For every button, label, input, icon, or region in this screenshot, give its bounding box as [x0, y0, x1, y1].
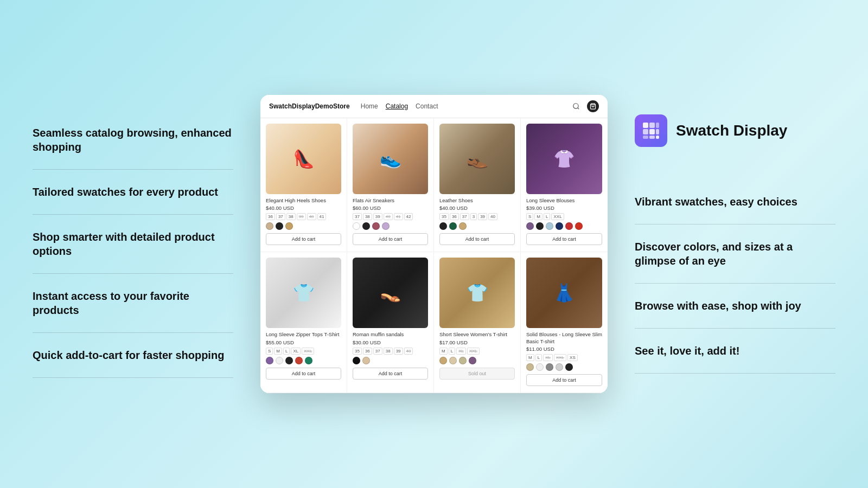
size-badge[interactable]: 39	[373, 213, 382, 220]
nav-catalog[interactable]: Catalog	[386, 102, 408, 110]
swatch[interactable]	[556, 222, 563, 230]
size-options-4: S M L XXL	[526, 213, 602, 220]
add-to-cart-button-4[interactable]: Add to cart	[526, 233, 602, 245]
size-badge[interactable]: 35	[439, 213, 449, 220]
swatch[interactable]	[353, 222, 360, 230]
product-image-5: 👕	[266, 258, 341, 328]
size-badge[interactable]: 37	[373, 348, 382, 355]
swatch[interactable]	[459, 222, 467, 230]
size-badge[interactable]: 37	[460, 213, 469, 220]
size-badge[interactable]: M	[439, 348, 448, 355]
size-badge[interactable]: 42	[404, 213, 413, 220]
swatch[interactable]	[295, 357, 303, 364]
left-features-panel: Seamless catalog browsing, enhanced shop…	[33, 0, 233, 488]
product-name-7: Short Sleeve Women's T-shirt	[439, 331, 515, 338]
swatch[interactable]	[382, 222, 390, 230]
size-badge[interactable]: XXL	[551, 213, 564, 220]
size-badge[interactable]: L	[449, 348, 455, 355]
size-badge[interactable]: L	[544, 213, 550, 220]
product-name-6: Roman muffin sandals	[353, 331, 428, 338]
nav-contact[interactable]: Contact	[416, 102, 438, 110]
add-to-cart-button-2[interactable]: Add to cart	[353, 233, 428, 245]
size-badge[interactable]: 37	[353, 213, 362, 220]
swatch[interactable]	[526, 363, 534, 371]
size-badge[interactable]: 41	[394, 213, 403, 220]
size-badge[interactable]: 38	[286, 213, 296, 220]
swatch[interactable]	[565, 222, 573, 230]
svg-rect-7	[649, 129, 655, 134]
swatch[interactable]	[276, 357, 283, 364]
add-to-cart-button-1[interactable]: Add to cart	[266, 233, 341, 245]
size-badge[interactable]: 39	[394, 348, 403, 355]
size-badge[interactable]: 40	[488, 213, 497, 220]
swatch[interactable]	[372, 222, 380, 230]
swatch[interactable]	[285, 357, 293, 364]
size-badge[interactable]: S	[266, 348, 273, 355]
size-badge[interactable]: 40	[307, 213, 316, 220]
size-badge[interactable]: 41	[317, 213, 327, 220]
size-badge[interactable]: XL	[543, 354, 553, 361]
swatch[interactable]	[536, 222, 544, 230]
size-badge[interactable]: XXL	[467, 348, 480, 355]
swatch[interactable]	[565, 363, 573, 371]
search-icon[interactable]	[571, 101, 582, 112]
swatch[interactable]	[536, 363, 544, 371]
size-options-8: M L XL XXL XS	[526, 354, 602, 361]
size-badge[interactable]: 35	[353, 348, 362, 355]
swatch[interactable]	[276, 222, 283, 230]
swatch[interactable]	[546, 363, 553, 371]
add-to-cart-button-6[interactable]: Add to cart	[353, 368, 428, 380]
swatch[interactable]	[526, 222, 534, 230]
add-to-cart-button-5[interactable]: Add to cart	[266, 368, 341, 380]
size-badge[interactable]: 39	[478, 213, 487, 220]
left-feature-5: Quick add-to-cart for faster shopping	[33, 333, 233, 378]
size-badge[interactable]: XXL	[554, 354, 566, 361]
swatch[interactable]	[362, 222, 370, 230]
swatch[interactable]	[439, 357, 447, 364]
swatch[interactable]	[266, 357, 273, 364]
swatch[interactable]	[469, 357, 476, 364]
swatch[interactable]	[449, 357, 457, 364]
swatch[interactable]	[449, 222, 457, 230]
size-badge[interactable]: 38	[384, 348, 393, 355]
size-badge[interactable]: L	[535, 354, 542, 361]
size-badge[interactable]: 39	[297, 213, 306, 220]
browser-window: SwatchDisplayDemoStore Home Catalog Cont…	[260, 95, 608, 393]
swatch[interactable]	[353, 357, 360, 364]
swatch[interactable]	[439, 222, 447, 230]
swatch[interactable]	[362, 357, 370, 364]
size-badge[interactable]: L	[283, 348, 290, 355]
size-badge[interactable]: 40	[404, 348, 413, 355]
swatch[interactable]	[266, 222, 273, 230]
add-to-cart-button-8[interactable]: Add to cart	[526, 374, 602, 386]
size-badge[interactable]: 36	[266, 213, 275, 220]
size-badge[interactable]: M	[526, 354, 534, 361]
size-badge[interactable]: 36	[363, 348, 372, 355]
size-badge[interactable]: 36	[450, 213, 459, 220]
size-badge[interactable]: 40	[384, 213, 393, 220]
size-badge[interactable]: XL	[291, 348, 301, 355]
swatch[interactable]	[575, 222, 583, 230]
size-badge[interactable]: 3	[470, 213, 477, 220]
size-badge[interactable]: M	[274, 348, 282, 355]
product-name-8: Solid Blouses - Long Sleeve Slim Basic T…	[526, 331, 602, 345]
size-badge[interactable]: 38	[363, 213, 372, 220]
size-badge[interactable]: M	[534, 213, 542, 220]
size-badge[interactable]: S	[526, 213, 533, 220]
size-options-2: 37 38 39 40 41 42	[353, 213, 428, 220]
cart-icon[interactable]	[587, 100, 599, 112]
swatch[interactable]	[285, 222, 293, 230]
size-badge[interactable]: XS	[567, 354, 578, 361]
swatch[interactable]	[305, 357, 312, 364]
left-feature-1: Seamless catalog browsing, enhanced shop…	[33, 111, 233, 170]
left-feature-4: Instant access to your favorite products	[33, 274, 233, 333]
size-badge[interactable]: 37	[276, 213, 285, 220]
swatch[interactable]	[556, 363, 563, 371]
add-to-cart-button-3[interactable]: Add to cart	[439, 233, 515, 245]
size-badge[interactable]: XL	[456, 348, 466, 355]
swatch[interactable]	[459, 357, 467, 364]
product-card-4: 👚 Long Sleeve Blouses $39.00 USD S M L X…	[521, 118, 608, 252]
swatch[interactable]	[546, 222, 553, 230]
size-badge[interactable]: XXL	[302, 348, 314, 355]
nav-home[interactable]: Home	[361, 102, 378, 110]
